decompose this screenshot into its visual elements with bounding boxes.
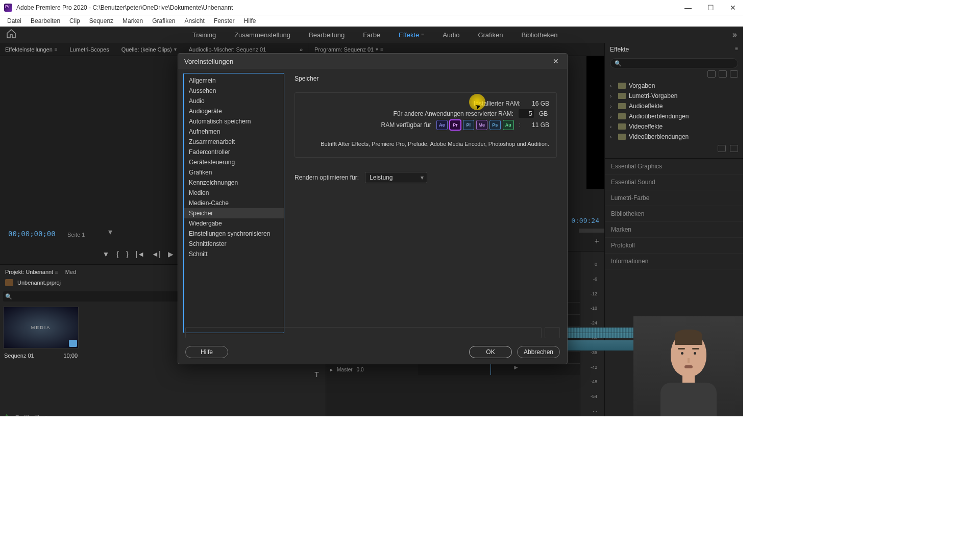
help-button[interactable]: Hilfe [185,346,228,358]
available-ram-value: 11 GB [526,121,549,129]
src-play-icon[interactable]: ▶ [168,250,174,258]
menu-bearbeiten[interactable]: Bearbeiten [27,16,64,26]
menu-clip[interactable]: Clip [65,16,84,26]
nav-tab-farbe[interactable]: Farbe [362,29,381,41]
sequence-name[interactable]: Sequenz 01 [4,353,34,359]
tab-lumetri-scopes[interactable]: Lumetri-Scopes [68,44,111,55]
pref-allgemein[interactable]: Allgemein [184,76,284,86]
pref-audio[interactable]: Audio [184,96,284,106]
maximize-button[interactable]: ☐ [704,2,717,14]
effects-filter-icon[interactable] [730,70,738,78]
src-go-in-icon[interactable]: |◄ [136,250,145,258]
pref-grafiken[interactable]: Grafiken [184,167,284,178]
dialog-close-button[interactable]: ✕ [551,56,561,66]
panel-essential-graphics[interactable]: Essential Graphics [605,159,743,174]
pref-schnitt[interactable]: Schnitt [184,249,284,259]
tree-item-audioeffekte[interactable]: ›Audioeffekte [609,101,739,111]
menu-marken[interactable]: Marken [118,16,147,26]
effects-delete-icon[interactable] [730,145,738,152]
pref-medien-cache[interactable]: Medien-Cache [184,198,284,208]
sequence-thumbnail[interactable]: MEDIA [3,307,79,348]
src-mark-out-icon[interactable]: } [126,250,129,258]
tab-quelle[interactable]: Quelle: (keine Clips)▾ [119,44,179,55]
pref-sync[interactable]: Einstellungen synchronisieren [184,229,284,239]
tab-effekteinstellungen[interactable]: Effekteinstellungen≡ [3,44,60,55]
effects-search[interactable]: 🔍 [610,58,738,68]
src-mark-in-icon[interactable]: { [116,250,119,258]
proj-freeform-icon[interactable]: ⊡ [34,413,39,416]
tl-zoom-in-icon[interactable]: ○ [571,414,575,416]
nav-tab-effekte[interactable]: Effekte≡ [398,29,425,41]
track-content-master[interactable]: ► [418,364,580,375]
effects-filter-icon[interactable] [719,70,727,78]
program-scrub-bar[interactable] [579,229,604,233]
proj-zoom-slider[interactable]: ○━ [44,413,52,416]
tl-zoom-out-icon[interactable]: ○ [331,414,335,416]
pref-audiogeraete[interactable]: Audiogeräte [184,106,284,116]
menu-datei[interactable]: Datei [3,16,26,26]
proj-list-view-icon[interactable]: ≡ [15,413,19,416]
type-tool-icon[interactable]: T [311,369,323,380]
meter-solo-left[interactable]: S [587,416,591,416]
proj-icon-view-icon[interactable]: ⊞ [24,413,29,416]
pref-speicher[interactable]: Speicher [184,208,284,218]
nav-overflow-icon[interactable]: » [732,30,737,39]
minimize-button[interactable]: — [682,2,694,14]
effects-filter-icon[interactable] [707,70,716,78]
pref-wiedergabe[interactable]: Wiedergabe [184,218,284,229]
tree-item-videouberblendungen[interactable]: ›Videoüberblendungen [609,132,739,142]
source-timecode[interactable]: 00;00;00;00 [8,230,56,238]
meter-solo-right[interactable]: S [595,416,598,416]
pref-medien[interactable]: Medien [184,188,284,198]
effects-panel-menu-icon[interactable]: ≡ [735,46,738,53]
panel-informationen[interactable]: Informationen [605,254,743,269]
panel-marken[interactable]: Marken [605,222,743,238]
source-scale-dropdown-icon[interactable]: ▾ [108,227,112,237]
tab-effekte[interactable]: Effekte [610,46,629,53]
master-expand-icon[interactable]: ▸ [330,367,333,372]
pref-schnittfenster[interactable]: Schnittfenster [184,239,284,249]
home-icon[interactable] [6,29,17,40]
dialog-title-text: Voreinstellungen [184,58,233,65]
cancel-button[interactable]: Abbrechen [517,346,560,358]
nav-tab-zusammenstellung[interactable]: Zusammenstellung [233,29,291,41]
nav-tab-bibliotheken[interactable]: Bibliotheken [521,29,559,41]
master-value[interactable]: 0,0 [357,367,364,372]
menu-ansicht[interactable]: Ansicht [180,16,208,26]
pref-aussehen[interactable]: Aussehen [184,86,284,96]
effects-new-bin-icon[interactable] [718,145,726,152]
pref-zusammenarbeit[interactable]: Zusammenarbeit [184,137,284,147]
pref-kennzeichnungen[interactable]: Kennzeichnungen [184,178,284,188]
pref-autospeichern[interactable]: Automatisch speichern [184,116,284,127]
pref-aufnehmen[interactable]: Aufnehmen [184,127,284,137]
pref-geraetesteuerung[interactable]: Gerätesteuerung [184,157,284,167]
render-optimize-select[interactable]: Leistung [365,172,427,183]
menu-fenster[interactable]: Fenster [210,16,239,26]
ok-button[interactable]: OK [469,346,512,358]
panel-bibliotheken[interactable]: Bibliotheken [605,206,743,222]
menu-hilfe[interactable]: Hilfe [240,16,260,26]
menu-sequenz[interactable]: Sequenz [85,16,117,26]
src-add-marker-icon[interactable]: ▼ [102,250,109,258]
nav-tab-training[interactable]: Training [191,29,217,41]
close-window-button[interactable]: ✕ [727,2,739,14]
panel-protokoll[interactable]: Protokoll [605,238,743,254]
tab-projekt[interactable]: Projekt: Unbenannt ≡ [5,269,58,275]
tab-med[interactable]: Med [65,269,76,275]
tree-item-vorgaben[interactable]: ›Vorgaben [609,81,739,91]
proj-new-icon[interactable]: ✎ [5,413,10,416]
menu-grafiken[interactable]: Grafiken [148,16,179,26]
nav-tab-audio[interactable]: Audio [442,29,460,41]
tree-item-audiouberblendungen[interactable]: ›Audioüberblendungen [609,111,739,121]
program-add-button-icon[interactable]: + [595,237,599,246]
tree-item-lumetri[interactable]: ›Lumetri-Vorgaben [609,91,739,101]
panel-lumetri-farbe[interactable]: Lumetri-Farbe [605,190,743,206]
src-step-back-icon[interactable]: ◄| [152,250,161,258]
pref-fadercontroller[interactable]: Fadercontroller [184,147,284,157]
nav-tab-grafiken[interactable]: Grafiken [477,29,504,41]
reserved-ram-input[interactable] [519,109,534,118]
tree-item-videoeffekte[interactable]: ›Videoeffekte [609,121,739,132]
master-arrow-icon[interactable]: ► [513,364,519,371]
nav-tab-bearbeitung[interactable]: Bearbeitung [308,29,346,41]
panel-essential-sound[interactable]: Essential Sound [605,174,743,190]
